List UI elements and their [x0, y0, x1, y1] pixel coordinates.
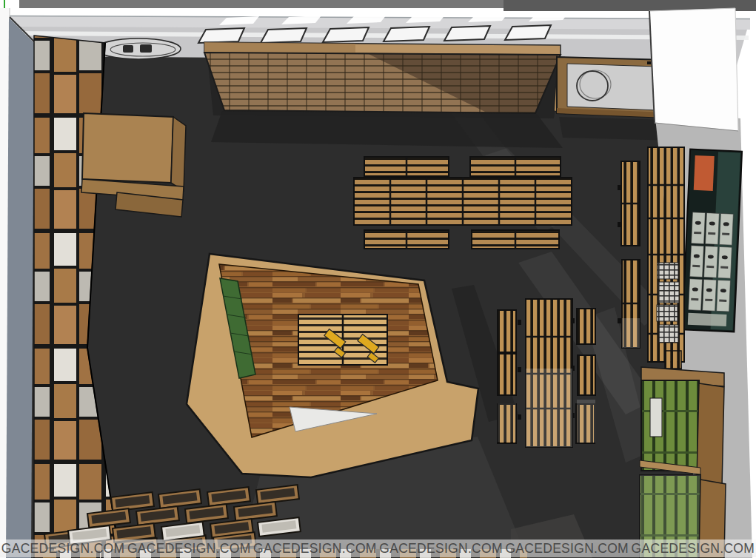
green-lockers [640, 367, 726, 558]
wall-poster [682, 149, 742, 332]
interior-3d-render [0, 0, 756, 558]
ceiling-light-oval [96, 38, 181, 59]
render-viewport: GACEDESIGN.COM GACEDESIGN.COM GACEDESIGN… [0, 0, 756, 558]
watermark-text: GACEDESIGN.COM [379, 541, 503, 557]
left-wall [0, 8, 35, 558]
slatted-screen-panel [204, 42, 570, 148]
right-table-with-benches [498, 299, 595, 447]
watermark-text: GACEDESIGN.COM [253, 541, 377, 557]
platform-display-table [298, 315, 387, 365]
watermark-text: GACEDESIGN.COM [127, 541, 251, 557]
watermark-text: GACEDESIGN.COM [1, 541, 125, 557]
mesh-baskets [657, 263, 679, 343]
watermark-band: GACEDESIGN.COM GACEDESIGN.COM GACEDESIGN… [0, 539, 756, 557]
watermark-text: GACEDESIGN.COM [632, 541, 755, 557]
watermark-text: GACEDESIGN.COM [505, 541, 629, 557]
